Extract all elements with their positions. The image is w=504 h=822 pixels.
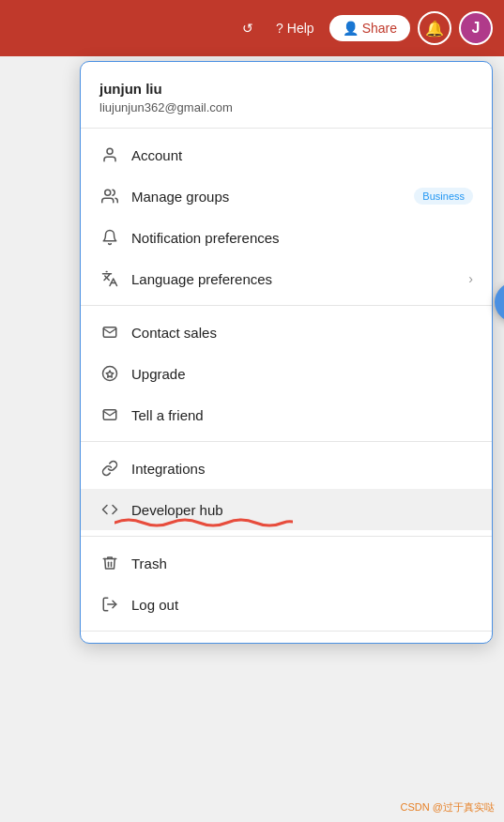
help-icon: ?: [276, 21, 283, 36]
logout-icon: [99, 594, 120, 615]
person-icon: [99, 145, 120, 165]
menu-item-log-out[interactable]: Log out: [81, 584, 492, 625]
menu-item-language-prefs[interactable]: Language preferences ›: [81, 258, 492, 299]
user-dropdown-menu: junjun liu liujunjun362@gmail.com Accoun…: [80, 61, 493, 644]
notification-button[interactable]: 🔔: [418, 11, 451, 45]
history-button[interactable]: ↺: [235, 15, 261, 41]
tell-a-friend-label: Tell a friend: [131, 407, 473, 423]
account-label: Account: [131, 147, 473, 163]
menu-item-tell-a-friend[interactable]: Tell a friend: [81, 394, 492, 435]
menu-item-developer-hub[interactable]: Developer hub: [81, 489, 492, 530]
people-icon: [99, 186, 120, 206]
help-label: Help: [287, 21, 314, 36]
bell-icon: 🔔: [425, 20, 444, 38]
trash-icon: [99, 553, 120, 573]
menu-item-contact-sales[interactable]: Contact sales: [81, 312, 492, 353]
integrations-label: Integrations: [131, 461, 473, 477]
history-icon: ↺: [242, 21, 253, 36]
user-email: liujunjun362@gmail.com: [99, 100, 473, 114]
menu-item-upgrade[interactable]: Upgrade: [81, 353, 492, 394]
share-icon: 👤: [343, 21, 359, 36]
manage-groups-label: Manage groups: [131, 189, 406, 205]
menu-section-sales: Contact sales Upgrade Tell a friend: [81, 306, 492, 442]
menu-section-dev: Integrations Developer hub: [81, 442, 492, 537]
share-label: Share: [362, 21, 397, 36]
contact-sales-label: Contact sales: [131, 325, 473, 341]
avatar-button[interactable]: J: [459, 11, 493, 45]
help-button[interactable]: ? Help: [268, 15, 322, 41]
red-underline: [115, 515, 293, 528]
menu-section-trash: Trash Log out: [81, 537, 492, 632]
share-button[interactable]: 👤 Share: [329, 15, 410, 41]
avatar-letter: J: [472, 20, 481, 37]
menu-item-account[interactable]: Account: [81, 134, 492, 175]
trash-label: Trash: [131, 556, 473, 571]
user-info-section: junjun liu liujunjun362@gmail.com: [81, 62, 492, 129]
menu-item-notification-prefs[interactable]: Notification preferences: [81, 217, 492, 258]
language-chevron-icon: ›: [468, 271, 473, 286]
link-icon: [99, 458, 120, 479]
menu-item-trash[interactable]: Trash: [81, 542, 492, 584]
top-bar: ↺ ? Help 👤 Share 🔔 J: [0, 0, 504, 56]
language-prefs-label: Language preferences: [131, 271, 465, 287]
business-badge: Business: [414, 188, 473, 205]
translate-icon: [99, 268, 120, 289]
svg-point-1: [105, 190, 111, 195]
watermark: CSDN @过于真实哒: [401, 800, 495, 814]
menu-item-integrations[interactable]: Integrations: [81, 448, 492, 489]
user-name: junjun liu: [99, 79, 473, 99]
email-icon: [99, 322, 120, 342]
notification-prefs-label: Notification preferences: [131, 230, 473, 246]
menu-section-account: Account Manage groups Business: [81, 129, 492, 306]
log-out-label: Log out: [131, 597, 473, 613]
svg-point-0: [107, 148, 113, 154]
bell-menu-icon: [99, 227, 120, 248]
svg-point-3: [103, 367, 117, 381]
star-icon: [99, 363, 120, 384]
email2-icon: [99, 404, 120, 425]
menu-item-manage-groups[interactable]: Manage groups Business: [81, 175, 492, 217]
upgrade-label: Upgrade: [131, 366, 473, 382]
